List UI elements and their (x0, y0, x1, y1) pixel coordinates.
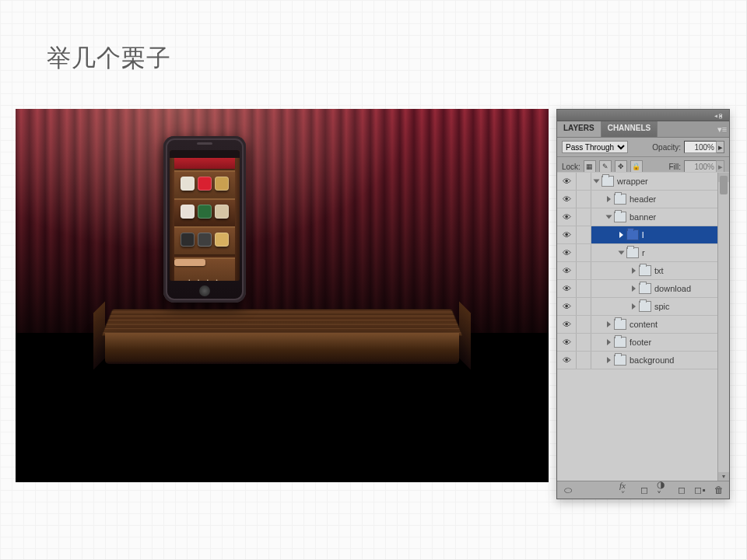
link-slot[interactable] (577, 316, 591, 333)
twisty-open-icon[interactable] (606, 215, 612, 219)
app-icon (181, 233, 195, 247)
layer-row-r[interactable]: 👁r (557, 244, 729, 262)
tab-layers[interactable]: LAYERS (557, 121, 601, 137)
scroll-thumb[interactable] (720, 176, 728, 194)
opacity-label: Opacity: (652, 143, 681, 152)
layer-row-footer[interactable]: 👁footer (557, 334, 729, 352)
folder-icon (614, 212, 626, 222)
layer-name: background (630, 355, 675, 365)
visibility-eye-icon[interactable]: 👁 (557, 352, 577, 369)
stage-top (101, 310, 463, 336)
footer-pill (174, 259, 205, 266)
visibility-eye-icon[interactable]: 👁 (557, 173, 577, 190)
link-slot[interactable] (577, 298, 591, 315)
panel-titlebar[interactable]: ◂◂ ▯ ✕ (557, 110, 729, 121)
link-slot[interactable] (577, 352, 591, 369)
layer-tree: 👁wrapper👁header👁banner👁l👁r👁txt👁download👁… (557, 172, 729, 481)
folder-icon (614, 355, 626, 366)
twisty-closed-icon[interactable] (607, 357, 611, 363)
trash-icon[interactable]: 🗑 (713, 485, 724, 496)
twisty-open-icon[interactable] (594, 180, 600, 184)
blend-mode-select[interactable]: Pass Through (562, 141, 628, 153)
visibility-eye-icon[interactable]: 👁 (557, 208, 577, 226)
layer-row-download[interactable]: 👁download (557, 280, 729, 298)
link-slot[interactable] (577, 208, 591, 226)
folder-icon (626, 229, 639, 240)
app-icon (181, 177, 195, 191)
twisty-closed-icon[interactable] (619, 232, 623, 238)
app-icon (198, 205, 212, 219)
layer-row-txt[interactable]: 👁txt (557, 262, 729, 280)
group-icon[interactable]: ◻ (675, 485, 687, 496)
tab-channels[interactable]: CHANNELS (601, 121, 658, 137)
app-icon (198, 233, 212, 247)
scrollbar[interactable]: ▴ ▾ (717, 173, 729, 481)
twisty-closed-icon[interactable] (632, 303, 636, 310)
layers-panel: ◂◂ ▯ ✕ LAYERS CHANNELS ▾≡ Pass Through O… (556, 109, 730, 499)
fill-field[interactable]: 100% ▸ (684, 160, 724, 173)
visibility-eye-icon[interactable]: 👁 (557, 226, 577, 243)
lock-paint-icon[interactable]: ✎ (599, 160, 612, 173)
app-icon (181, 205, 195, 219)
twisty-closed-icon[interactable] (607, 339, 611, 345)
visibility-eye-icon[interactable]: 👁 (557, 334, 577, 351)
layer-row-background[interactable]: 👁background (557, 352, 729, 369)
link-slot[interactable] (577, 334, 591, 351)
lock-all-icon[interactable]: 🔒 (630, 160, 643, 173)
visibility-eye-icon[interactable]: 👁 (557, 280, 577, 297)
app-icon (215, 205, 229, 219)
twisty-closed-icon[interactable] (632, 268, 636, 274)
link-slot[interactable] (577, 280, 591, 297)
folder-icon (614, 194, 626, 205)
folder-icon (639, 301, 651, 312)
phone-screen (170, 150, 240, 281)
folder-icon (601, 176, 614, 187)
visibility-eye-icon[interactable]: 👁 (557, 191, 577, 208)
layer-row-content[interactable]: 👁content (557, 316, 729, 334)
lock-transparent-icon[interactable]: ▦ (584, 160, 596, 173)
link-layers-icon[interactable]: ⬭ (562, 485, 573, 496)
fx-icon[interactable]: fx ˅ (619, 485, 631, 496)
layer-name: content (630, 320, 658, 329)
page-title: 举几个栗子 (47, 42, 171, 75)
link-slot[interactable] (577, 244, 591, 261)
adjustment-icon[interactable]: ◑ ˅ (657, 485, 668, 496)
twisty-closed-icon[interactable] (632, 285, 636, 292)
app-header (174, 158, 235, 169)
twisty-closed-icon[interactable] (607, 196, 611, 202)
close-icon[interactable]: ✕ (718, 111, 723, 120)
layer-name: footer (630, 338, 651, 347)
layer-row-header[interactable]: 👁header (557, 191, 729, 208)
lock-move-icon[interactable]: ✥ (615, 160, 627, 173)
status-bar (170, 150, 240, 158)
layer-row-spic[interactable]: 👁spic (557, 298, 729, 316)
layer-name: spic (654, 302, 670, 311)
visibility-eye-icon[interactable]: 👁 (557, 262, 577, 279)
folder-icon (614, 337, 626, 348)
link-slot[interactable] (577, 191, 591, 208)
fill-label: Fill: (668, 163, 681, 171)
opacity-arrow-icon[interactable]: ▸ (717, 141, 724, 153)
folder-icon (626, 247, 639, 258)
layer-row-l[interactable]: 👁l (557, 226, 729, 244)
mask-icon[interactable]: ◻ (638, 485, 650, 496)
stage-front (105, 333, 459, 364)
link-slot[interactable] (577, 173, 591, 190)
visibility-eye-icon[interactable]: 👁 (557, 244, 577, 261)
home-button-icon (199, 285, 210, 296)
opacity-field[interactable]: 100% ▸ (684, 141, 724, 153)
twisty-closed-icon[interactable] (607, 321, 611, 327)
nav-dots: • • • • (163, 278, 246, 282)
visibility-eye-icon[interactable]: 👁 (557, 316, 577, 333)
panel-menu-icon[interactable]: ▾≡ (715, 121, 729, 137)
panel-footer: ⬭ fx ˅ ◻ ◑ ˅ ◻ ◻▪ 🗑 (557, 481, 729, 499)
layer-row-wrapper[interactable]: 👁wrapper (557, 173, 729, 191)
twisty-open-icon[interactable] (619, 251, 625, 255)
visibility-eye-icon[interactable]: 👁 (557, 298, 577, 315)
layer-name: banner (630, 212, 656, 222)
link-slot[interactable] (577, 226, 591, 243)
new-layer-icon[interactable]: ◻▪ (694, 485, 706, 496)
link-slot[interactable] (577, 262, 591, 279)
fill-arrow-icon[interactable]: ▸ (717, 160, 724, 173)
layer-row-banner[interactable]: 👁banner (557, 208, 729, 226)
